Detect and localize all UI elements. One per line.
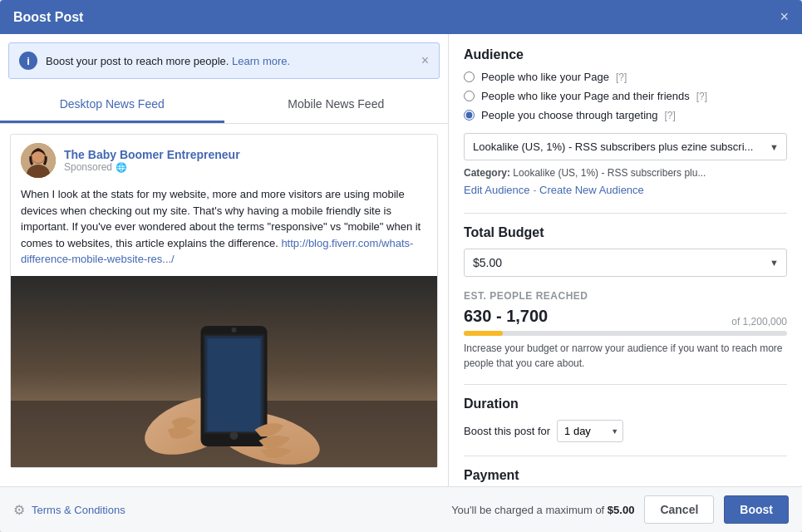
post-page-name[interactable]: The Baby Boomer Entrepreneur bbox=[64, 148, 427, 161]
modal-close-button[interactable]: × bbox=[780, 8, 789, 26]
progress-bar-fill bbox=[464, 331, 503, 336]
edit-audience-link[interactable]: Edit Audience bbox=[464, 184, 530, 196]
divider-1 bbox=[464, 213, 787, 214]
charge-text: You'll be charged a maximum of $5.00 bbox=[451, 504, 634, 516]
estimated-section: Est. People Reached 630 - 1,700 of 1,200… bbox=[464, 290, 787, 371]
audience-option-targeting[interactable]: People you choose through targeting [?] bbox=[464, 109, 787, 121]
divider-2 bbox=[464, 384, 787, 385]
audience-category: Category: Lookalike (US, 1%) - RSS subsc… bbox=[464, 167, 787, 179]
post-preview: The Baby Boomer Entrepreneur Sponsored 🌐… bbox=[0, 124, 448, 486]
modal-header: Boost Post × bbox=[0, 0, 802, 34]
duration-section: Duration Boost this post for 1 day 2 day… bbox=[464, 397, 787, 442]
budget-dropdown-wrapper: $5.00 $10.00 $20.00 $50.00 ▼ bbox=[464, 249, 787, 277]
tabs-container: Desktop News Feed Mobile News Feed bbox=[0, 87, 448, 124]
duration-boost-label: Boost this post for bbox=[464, 425, 550, 437]
audience-dropdown-wrapper: Lookalike (US, 1%) - RSS subscribers plu… bbox=[464, 133, 787, 160]
footer-left: ⚙ Terms & Conditions bbox=[13, 502, 125, 518]
audience-radio-page-likes[interactable] bbox=[464, 71, 475, 82]
post-meta: The Baby Boomer Entrepreneur Sponsored 🌐 bbox=[64, 148, 427, 173]
tab-desktop[interactable]: Desktop News Feed bbox=[0, 87, 224, 123]
right-panel: Audience People who like your Page [?] P… bbox=[449, 34, 802, 486]
audience-option-friends[interactable]: People who like your Page and their frie… bbox=[464, 90, 787, 102]
estimated-label: Est. People Reached bbox=[464, 290, 787, 302]
boost-post-modal: Boost Post × i Boost your post to reach … bbox=[0, 0, 802, 532]
duration-section-title: Duration bbox=[464, 397, 787, 411]
learn-more-link[interactable]: Learn more. bbox=[232, 55, 290, 67]
info-icon: i bbox=[19, 52, 37, 70]
svg-point-12 bbox=[230, 431, 239, 440]
post-text: When I look at the stats for my website,… bbox=[11, 186, 437, 276]
svg-rect-11 bbox=[208, 338, 261, 431]
create-audience-link[interactable]: Create New Audience bbox=[539, 184, 644, 196]
duration-select-wrapper: 1 day 2 days 3 days 7 days 14 days ▼ bbox=[557, 420, 623, 442]
modal-title: Boost Post bbox=[13, 10, 83, 25]
terms-link[interactable]: Terms & Conditions bbox=[32, 504, 125, 516]
post-image-svg bbox=[11, 276, 437, 467]
modal-footer: ⚙ Terms & Conditions You'll be charged a… bbox=[0, 486, 802, 532]
cancel-button[interactable]: Cancel bbox=[644, 495, 714, 524]
boost-button[interactable]: Boost bbox=[724, 495, 789, 524]
charge-amount: $5.00 bbox=[608, 504, 635, 516]
audience-radio-targeting[interactable] bbox=[464, 110, 475, 121]
divider-3 bbox=[464, 456, 787, 456]
audience-section-title: Audience bbox=[464, 47, 787, 62]
duration-row: Boost this post for 1 day 2 days 3 days … bbox=[464, 420, 787, 442]
post-sponsored: Sponsored 🌐 bbox=[64, 161, 427, 173]
payment-section: Payment PayPal account Change bbox=[464, 468, 787, 486]
audience-radio-page-friends[interactable] bbox=[464, 91, 475, 101]
footer-right: You'll be charged a maximum of $5.00 Can… bbox=[451, 495, 789, 524]
info-bar-close-button[interactable]: × bbox=[421, 53, 429, 68]
post-image bbox=[11, 276, 437, 467]
avatar-image bbox=[21, 143, 56, 178]
budget-section-title: Total Budget bbox=[464, 225, 787, 240]
globe-icon: 🌐 bbox=[116, 162, 127, 173]
payment-section-title: Payment bbox=[464, 468, 787, 483]
tab-mobile[interactable]: Mobile News Feed bbox=[224, 87, 449, 123]
progress-bar: of 1,200,000 bbox=[464, 331, 787, 336]
info-bar-content: i Boost your post to reach more people. … bbox=[19, 52, 290, 70]
audience-section: Audience People who like your Page [?] P… bbox=[464, 47, 787, 196]
audience-dropdown[interactable]: Lookalike (US, 1%) - RSS subscribers plu… bbox=[464, 133, 787, 160]
left-panel: i Boost your post to reach more people. … bbox=[0, 34, 449, 486]
svg-point-13 bbox=[232, 328, 237, 332]
budget-dropdown[interactable]: $5.00 $10.00 $20.00 $50.00 bbox=[464, 249, 787, 277]
budget-section: Total Budget $5.00 $10.00 $20.00 $50.00 … bbox=[464, 225, 787, 277]
modal-body: i Boost your post to reach more people. … bbox=[0, 34, 802, 486]
audience-option-page-likes[interactable]: People who like your Page [?] bbox=[464, 71, 787, 83]
duration-select[interactable]: 1 day 2 days 3 days 7 days 14 days bbox=[557, 420, 623, 442]
audience-radio-group: People who like your Page [?] People who… bbox=[464, 71, 787, 121]
avatar bbox=[21, 143, 56, 178]
audience-links: Edit Audience - Create New Audience bbox=[464, 184, 787, 196]
post-card: The Baby Boomer Entrepreneur Sponsored 🌐… bbox=[10, 134, 438, 468]
estimated-total: of 1,200,000 bbox=[731, 316, 787, 328]
estimated-note: Increase your budget or narrow your audi… bbox=[464, 341, 787, 371]
info-bar-text: Boost your post to reach more people. Le… bbox=[46, 55, 290, 67]
post-header: The Baby Boomer Entrepreneur Sponsored 🌐 bbox=[11, 135, 437, 186]
settings-icon: ⚙ bbox=[13, 502, 25, 518]
info-bar: i Boost your post to reach more people. … bbox=[8, 42, 440, 79]
